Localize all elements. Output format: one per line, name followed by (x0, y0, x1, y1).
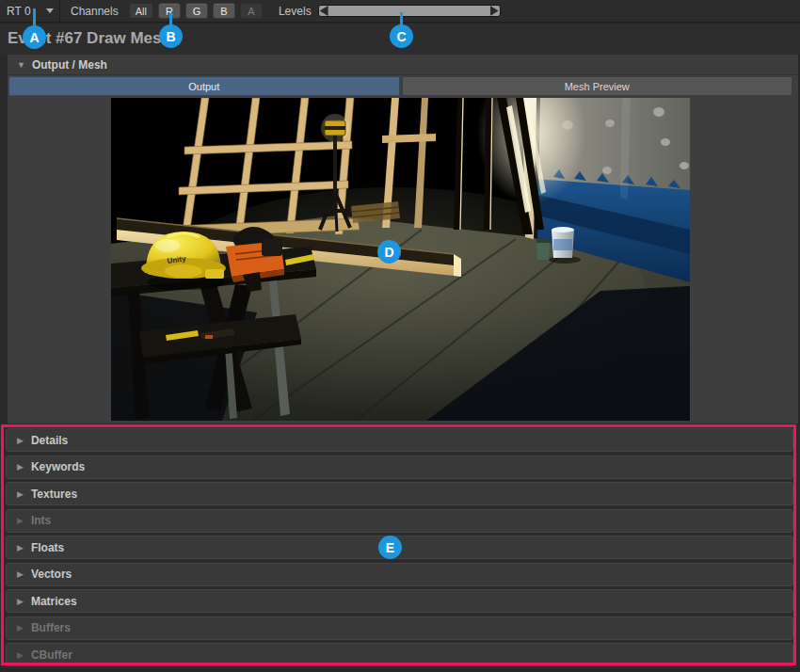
annotation-badge-b: B (159, 24, 183, 48)
foldout-matrices[interactable]: ▶ Matrices (6, 589, 793, 613)
foldout-open-icon: ▼ (17, 60, 25, 70)
foldout-closed-icon: ▶ (17, 543, 24, 552)
tab-mesh-preview[interactable]: Mesh Preview (402, 76, 793, 96)
preview-tabs: Output Mesh Preview (8, 76, 792, 96)
foldout-closed-icon: ▶ (17, 436, 24, 445)
levels-max-handle[interactable] (490, 6, 499, 16)
render-target-dropdown[interactable]: RT 0 (0, 0, 60, 23)
annotation-badge-e: E (378, 536, 402, 559)
construction-scene-image: Unity (111, 98, 690, 421)
foldout-closed-icon: ▶ (17, 597, 24, 606)
chevron-down-icon (46, 8, 54, 13)
render-target-value: RT 0 (7, 5, 31, 18)
channel-g-button[interactable]: G (185, 3, 208, 19)
foldout-closed-icon: ▶ (17, 569, 24, 579)
channel-buttons: All R G B A (129, 3, 263, 19)
badge-a-stem (33, 8, 36, 27)
foldout-closed-icon: ▶ (17, 516, 24, 525)
foldout-details[interactable]: ▶ Details (6, 428, 793, 452)
foldout-closed-icon: ▶ (17, 489, 24, 499)
levels-minmax-slider[interactable] (318, 5, 501, 17)
foldout-closed-icon: ▶ (17, 650, 24, 660)
foldout-closed-icon: ▶ (17, 462, 24, 472)
foldout-buffers: ▶ Buffers (6, 616, 793, 640)
levels-label: Levels (279, 5, 312, 18)
annotation-badge-c: C (390, 24, 413, 48)
foldout-closed-icon: ▶ (17, 623, 24, 632)
render-target-preview: Unity (111, 98, 690, 421)
foldout-textures[interactable]: ▶ Textures (6, 482, 793, 505)
channels-label: Channels (71, 5, 119, 18)
annotation-badge-d: D (377, 240, 401, 264)
output-mesh-label: Output / Mesh (32, 58, 107, 72)
levels-min-handle[interactable] (320, 6, 328, 16)
foldout-cbuffer: ▶ CBuffer (6, 643, 793, 666)
foldout-vectors[interactable]: ▶ Vectors (6, 563, 793, 586)
channel-a-button: A (240, 3, 263, 19)
output-mesh-foldout[interactable]: ▼ Output / Mesh (8, 55, 798, 75)
foldout-ints: ▶ Ints (6, 509, 793, 533)
output-mesh-panel: ▼ Output / Mesh Output Mesh Preview (7, 54, 799, 424)
channel-b-button[interactable]: B (213, 3, 235, 19)
foldout-keywords[interactable]: ▶ Keywords (6, 456, 793, 479)
annotation-badge-a: A (23, 25, 46, 49)
channel-all-button[interactable]: All (129, 3, 153, 19)
tab-output[interactable]: Output (8, 76, 400, 96)
